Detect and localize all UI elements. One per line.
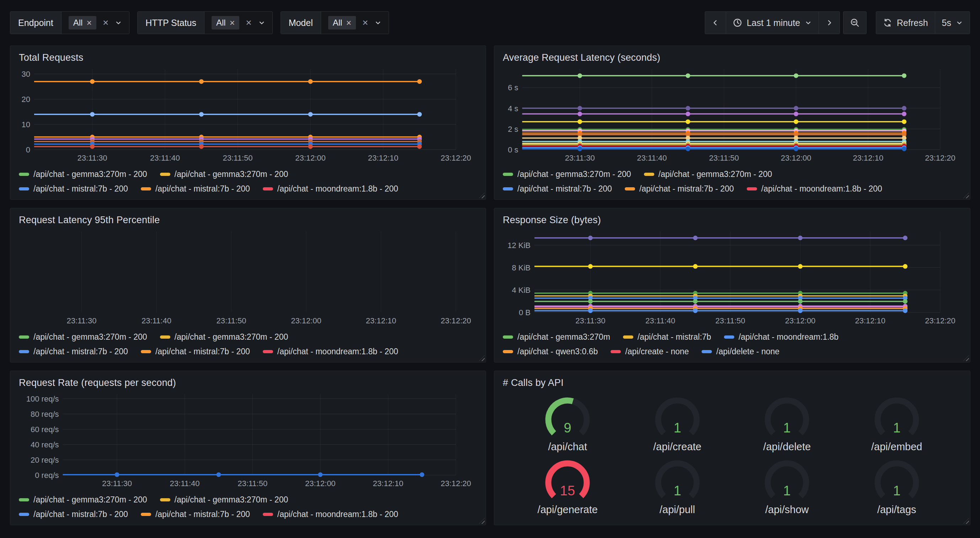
chevron-down-icon[interactable] [258,19,265,26]
svg-text:23:11:40: 23:11:40 [637,154,667,162]
gauge-api-embed[interactable]: 1/api/embed [867,394,927,453]
avg-latency-chart[interactable]: 23:11:3023:11:4023:11:5023:12:0023:12:10… [502,65,962,163]
panel-resize-handle[interactable] [479,193,485,198]
panel-resize-handle[interactable] [963,355,969,361]
legend-item[interactable]: /api/chat - gemma3:270m - 200 [19,495,147,505]
legend-item[interactable]: /api/chat - mistral:7b - 200 [141,184,250,194]
legend-item[interactable]: /api/chat - mistral:7b - 200 [141,347,250,356]
gauge-label: /api/generate [538,504,598,516]
svg-text:23:11:30: 23:11:30 [565,154,595,162]
legend-item[interactable]: /api/chat - moondream:1.8b - 200 [263,509,398,519]
svg-text:23:11:40: 23:11:40 [150,154,180,162]
legend-item[interactable]: /api/chat - gemma3:270m - 200 [19,170,147,179]
filter-chip[interactable]: All × [68,16,96,30]
panel-resize-handle[interactable] [963,518,969,524]
time-back-button[interactable] [705,11,726,34]
legend-series-swatch [160,498,170,501]
legend-item[interactable]: /api/chat - gemma3:270m - 200 [19,332,147,342]
gauge-value: 1 [783,421,791,435]
legend-item[interactable]: /api/chat - gemma3:270m - 200 [160,170,288,179]
zoom-out-button[interactable] [843,11,867,34]
legend-series-label: /api/chat - gemma3:270m - 200 [175,170,288,179]
legend-item[interactable]: /api/create - none [611,347,689,356]
time-controls: Last 1 minute Refresh 5s [705,11,970,34]
svg-text:4 s: 4 s [508,104,518,113]
response-size-chart[interactable]: 23:11:3023:11:4023:11:5023:12:0023:12:10… [502,227,962,326]
legend-item[interactable]: /api/chat - gemma3:270m - 200 [160,495,288,505]
latency-p95-chart[interactable]: 23:11:3023:11:4023:11:5023:12:0023:12:10… [18,227,478,326]
gauge-arc: 1 [757,394,817,442]
legend-item[interactable]: /api/chat - moondream:1.8b - 200 [263,347,398,356]
clear-filter-icon[interactable]: × [246,18,251,28]
gauge-value: 1 [673,421,681,435]
dashboard-toolbar: Endpoint All × × HTTP Status All × × [0,0,980,46]
gauge-api-chat[interactable]: 9/api/chat [537,394,598,453]
filter-value-picker[interactable]: All × × [62,12,129,34]
legend-series-swatch [141,513,151,516]
filter-model: Model All × × [280,11,389,34]
time-picker-group: Last 1 minute [705,11,840,34]
panel-resize-handle[interactable] [479,518,485,524]
legend-item[interactable]: /api/delete - none [702,347,780,356]
panel-resize-handle[interactable] [479,355,485,361]
chip-remove-icon[interactable]: × [346,19,351,27]
legend-item[interactable]: /api/chat - moondream:1.8b - 200 [263,184,398,194]
legend-series-swatch [724,335,734,339]
legend-item[interactable]: /api/chat - gemma3:270m - 200 [503,170,631,179]
legend-series-label: /api/chat - gemma3:270m - 200 [175,495,288,505]
filter-chip[interactable]: All × [328,16,356,30]
total-requests-chart[interactable]: 23:11:3023:11:4023:11:5023:12:0023:12:10… [18,65,478,163]
legend-series-label: /api/delete - none [716,347,780,356]
chip-remove-icon[interactable]: × [86,19,92,27]
gauge-api-tags[interactable]: 1/api/tags [867,457,927,516]
gauge-api-delete[interactable]: 1/api/delete [757,394,817,453]
gauge-api-create[interactable]: 1/api/create [647,394,708,453]
legend-item[interactable]: /api/chat - moondream:1.8b - 200 [747,184,882,194]
legend-item[interactable]: /api/chat - mistral:7b - 200 [141,509,250,519]
legend-series-label: /api/chat - gemma3:270m - 200 [33,332,147,342]
legend-series-label: /api/chat - gemma3:270m - 200 [659,170,772,179]
legend-item[interactable]: /api/chat - gemma3:270m - 200 [160,332,288,342]
legend-series-swatch [141,187,151,190]
chevron-down-icon[interactable] [374,19,382,26]
svg-text:23:12:20: 23:12:20 [925,316,956,325]
legend-item[interactable]: /api/chat - gemma3:270m [503,332,610,342]
panel-resize-handle[interactable] [963,193,969,198]
filter-value-picker[interactable]: All × × [204,12,272,34]
gauge-api-pull[interactable]: 1/api/pull [647,457,708,516]
refresh-button[interactable]: Refresh [876,11,935,34]
svg-text:23:11:40: 23:11:40 [142,316,172,325]
refresh-interval-picker[interactable]: 5s [935,11,970,34]
legend-item[interactable]: /api/chat - moondream:1.8b [724,332,838,342]
legend-item[interactable]: /api/chat - mistral:7b - 200 [19,347,128,356]
svg-text:23:12:00: 23:12:00 [295,154,326,162]
gauge-api-generate[interactable]: 15/api/generate [537,457,598,516]
chevron-down-icon[interactable] [115,19,122,26]
legend-item[interactable]: /api/chat - qwen3:0.6b [503,347,598,356]
clear-filter-icon[interactable]: × [103,18,108,28]
svg-text:20 req/s: 20 req/s [30,455,59,465]
request-rate-chart[interactable]: 23:11:3023:11:4023:11:5023:12:0023:12:10… [18,390,478,489]
legend-item[interactable]: /api/chat - gemma3:270m - 200 [644,170,772,179]
legend-row: /api/chat - mistral:7b - 200/api/chat - … [19,347,478,356]
legend-item[interactable]: /api/chat - mistral:7b - 200 [625,184,734,194]
filter-value-picker[interactable]: All × × [321,12,389,34]
gauge-api-show[interactable]: 1/api/show [757,457,817,516]
chart-legend: /api/chat - gemma3:270m - 200/api/chat -… [18,163,478,194]
chip-remove-icon[interactable]: × [230,19,235,27]
legend-item[interactable]: /api/chat - mistral:7b [623,332,711,342]
legend-series-label: /api/chat - moondream:1.8b - 200 [277,347,398,356]
legend-item[interactable]: /api/chat - mistral:7b - 200 [19,509,128,519]
legend-item[interactable]: /api/chat - mistral:7b - 200 [503,184,612,194]
time-forward-button[interactable] [819,11,840,34]
svg-text:23:12:00: 23:12:00 [785,316,816,325]
svg-text:23:12:10: 23:12:10 [855,316,885,325]
filter-chip[interactable]: All × [212,16,239,30]
legend-item[interactable]: /api/chat - mistral:7b - 200 [19,184,128,194]
legend-series-label: /api/chat - moondream:1.8b [738,332,838,342]
legend-series-label: /api/chat - mistral:7b - 200 [155,509,250,519]
response_size-plot: 23:11:3023:11:4023:11:5023:12:0023:12:10… [502,227,962,326]
time-range-picker[interactable]: Last 1 minute [726,11,819,34]
svg-text:23:11:40: 23:11:40 [645,316,675,325]
clear-filter-icon[interactable]: × [362,18,368,28]
